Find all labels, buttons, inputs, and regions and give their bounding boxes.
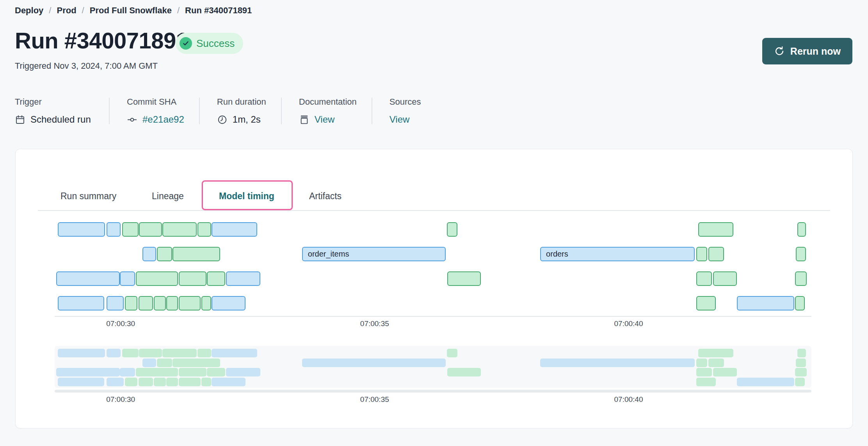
mbar: [179, 368, 207, 376]
meta-label: Commit SHA: [127, 97, 184, 107]
tab-artifacts[interactable]: Artifacts: [309, 191, 342, 202]
bar-orders[interactable]: orders: [540, 247, 695, 261]
bar[interactable]: [120, 271, 135, 286]
mbar: [139, 349, 162, 357]
mbar: [447, 349, 457, 357]
mbar: [56, 368, 120, 376]
bar[interactable]: [125, 296, 138, 310]
bar[interactable]: [173, 247, 220, 261]
bar[interactable]: [447, 222, 457, 237]
bar[interactable]: [122, 222, 139, 237]
bar[interactable]: [795, 296, 805, 310]
tab-model-timing[interactable]: Model timing: [219, 191, 274, 202]
bar[interactable]: [737, 296, 794, 310]
bar[interactable]: [58, 296, 105, 310]
bar[interactable]: [166, 296, 178, 310]
mbar: [708, 359, 724, 367]
bar[interactable]: [58, 222, 105, 237]
meta-trigger: Trigger Scheduled run: [15, 97, 109, 125]
status-label: Success: [196, 37, 235, 50]
sources-view-link[interactable]: View: [390, 114, 410, 125]
commit-icon: [127, 114, 137, 125]
bar[interactable]: [56, 271, 120, 286]
bar[interactable]: [696, 271, 712, 286]
meta-sources: Sources View: [372, 97, 436, 125]
bar[interactable]: [207, 271, 225, 286]
mbar: [207, 368, 225, 376]
meta-label: Run duration: [217, 97, 266, 107]
axis-tick-label: 07:00:30: [106, 319, 135, 328]
bar[interactable]: [696, 296, 716, 310]
bar[interactable]: [154, 296, 166, 310]
bar-label: orders: [541, 248, 694, 260]
success-check-icon: [180, 37, 192, 50]
bar-label: order_items: [303, 248, 445, 260]
bar[interactable]: [795, 271, 807, 286]
mbar: [795, 378, 805, 386]
bar[interactable]: [201, 296, 211, 310]
run-meta-row: Trigger Scheduled run Commit SHA #e: [15, 97, 436, 125]
commit-sha-link[interactable]: #e21ae92: [142, 114, 184, 125]
bar[interactable]: [197, 222, 211, 237]
mbar: [795, 368, 807, 376]
breadcrumb-prod[interactable]: Prod: [57, 5, 76, 16]
timeline-minimap[interactable]: [55, 346, 811, 388]
bar[interactable]: [698, 222, 733, 237]
tab-lineage[interactable]: Lineage: [152, 191, 184, 202]
clock-icon: [217, 114, 228, 125]
bar[interactable]: [796, 247, 806, 261]
breadcrumb-job[interactable]: Prod Full Snowflake: [90, 5, 172, 16]
bar[interactable]: [696, 247, 708, 261]
axis-tick-label: 07:00:35: [360, 319, 389, 328]
meta-label: Documentation: [299, 97, 357, 107]
bar[interactable]: [713, 271, 737, 286]
mbar: [142, 359, 156, 367]
breadcrumb-current-run: Run #340071891: [185, 5, 252, 16]
bar[interactable]: [157, 247, 172, 261]
tabs-divider: [38, 210, 830, 211]
meta-run-duration: Run duration 1m, 2s: [200, 97, 281, 125]
refresh-icon: [774, 46, 785, 57]
rerun-now-button[interactable]: Rerun now: [762, 38, 852, 64]
mbar: [58, 349, 105, 357]
mbar: [125, 378, 138, 386]
bar[interactable]: [162, 222, 197, 237]
bar[interactable]: [212, 222, 257, 237]
breadcrumb-deploy[interactable]: Deploy: [15, 5, 43, 16]
bar[interactable]: [447, 271, 481, 286]
bar[interactable]: [226, 271, 261, 286]
bar[interactable]: [797, 222, 806, 237]
run-duration-value: 1m, 2s: [233, 114, 261, 125]
mbar: [162, 349, 197, 357]
bar[interactable]: [179, 271, 207, 286]
bar[interactable]: [708, 247, 724, 261]
status-badge: Success: [176, 33, 243, 54]
mbar: [197, 349, 211, 357]
bar[interactable]: [139, 222, 162, 237]
axis-tick-label: 07:00:40: [614, 319, 643, 328]
bar[interactable]: [136, 271, 178, 286]
meta-label: Trigger: [15, 97, 94, 107]
mbar: [157, 359, 172, 367]
gantt-axis-line: [55, 316, 811, 317]
bar[interactable]: [107, 222, 121, 237]
bar[interactable]: [212, 296, 245, 310]
bar[interactable]: [107, 296, 124, 310]
breadcrumb: Deploy / Prod / Prod Full Snowflake / Ru…: [15, 5, 252, 16]
document-icon: [299, 114, 309, 125]
mbar: [796, 359, 806, 367]
bar[interactable]: [142, 247, 156, 261]
documentation-view-link[interactable]: View: [315, 114, 335, 125]
bar-order_items[interactable]: order_items: [302, 247, 446, 261]
trigger-value: Scheduled run: [30, 114, 91, 125]
minimap-scrollbar[interactable]: [55, 390, 811, 392]
mbar: [139, 378, 153, 386]
tab-run-summary[interactable]: Run summary: [60, 191, 116, 202]
gantt-axis-ticks: 07:00:3007:00:3507:00:40: [55, 319, 811, 330]
mbar-orders: [540, 359, 695, 367]
bar[interactable]: [179, 296, 201, 310]
mbar: [122, 349, 139, 357]
run-detail-page: Deploy / Prod / Prod Full Snowflake / Ru…: [0, 0, 868, 446]
bar[interactable]: [139, 296, 153, 310]
meta-documentation: Documentation View: [282, 97, 372, 125]
